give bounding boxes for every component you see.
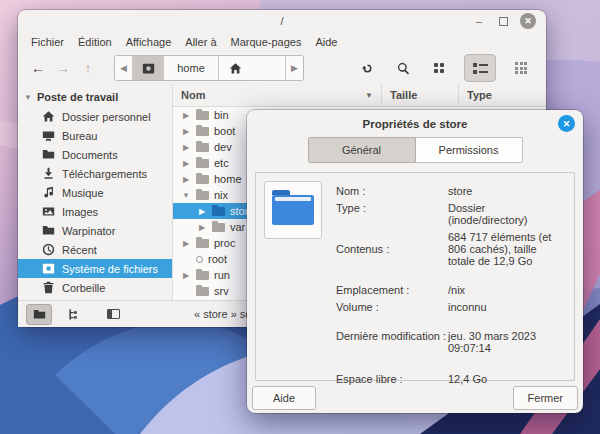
- sidebar-item-dossier-personnel[interactable]: Dossier personnel: [18, 107, 172, 126]
- folder-icon: [196, 175, 209, 184]
- forward-button[interactable]: →: [55, 60, 71, 76]
- folder-icon: [33, 308, 46, 321]
- expander-icon[interactable]: ▶: [181, 111, 191, 120]
- expander-icon[interactable]: ▶: [181, 143, 191, 152]
- titlebar[interactable]: / – ✕: [18, 10, 546, 32]
- sidebar-item-documents[interactable]: Documents: [18, 145, 172, 164]
- path-scroll-left-icon[interactable]: ◀: [115, 56, 133, 80]
- list-view-icon: [473, 63, 488, 74]
- folder-icon: [42, 224, 55, 237]
- expander-icon[interactable]: ▶: [181, 159, 191, 168]
- expander-icon[interactable]: ▶: [197, 223, 207, 232]
- field-contenus: Contenus : 684 717 éléments (et 806 cach…: [336, 231, 564, 267]
- desktop-icon: [42, 129, 55, 142]
- column-header-nom[interactable]: Nom ▼: [173, 84, 382, 106]
- folder-icon: [212, 223, 225, 232]
- sidebar-item-bureau[interactable]: Bureau: [18, 126, 172, 145]
- dialog-tabs: Général Permissions: [247, 137, 583, 167]
- path-scroll-right-icon[interactable]: ▶: [286, 56, 303, 80]
- menu-aide[interactable]: Aide: [308, 34, 344, 50]
- search-icon: [397, 62, 410, 75]
- sidebar-item-images[interactable]: Images: [18, 202, 172, 221]
- home-icon: [229, 62, 242, 75]
- music-icon: [42, 186, 55, 199]
- path-root-button[interactable]: [133, 56, 164, 80]
- dialog-titlebar[interactable]: Propriétés de store ✕: [247, 110, 583, 137]
- sidebar-item-recent[interactable]: Récent: [18, 240, 172, 259]
- up-button[interactable]: ↑: [80, 60, 96, 76]
- sidebar-item-warpinator[interactable]: Warpinator: [18, 221, 172, 240]
- back-button[interactable]: ←: [30, 60, 46, 76]
- search-button[interactable]: [392, 57, 414, 79]
- help-button[interactable]: Aide: [252, 386, 316, 410]
- sidebar-item-musique[interactable]: Musique: [18, 183, 172, 202]
- folder-icon: [272, 195, 314, 225]
- column-header-taille[interactable]: Taille: [382, 84, 459, 106]
- download-icon: [42, 167, 55, 180]
- path-home-icon-crumb[interactable]: [219, 56, 286, 80]
- sidebar: ▼ Poste de travail Dossier personnel Bur…: [18, 84, 173, 300]
- icon-view-button[interactable]: [428, 57, 450, 79]
- folder-icon: [196, 127, 209, 136]
- tab-permissions[interactable]: Permissions: [416, 137, 523, 163]
- reload-button[interactable]: [356, 57, 378, 79]
- treeview-sidebar-toggle[interactable]: [60, 304, 86, 325]
- toolbar: ← → ↑ ◀ home ▶: [18, 52, 546, 84]
- field-type: Type : Dossier (inode/directory): [336, 202, 564, 226]
- sidebar-item-corbeille[interactable]: Corbeille: [18, 278, 172, 297]
- fermer-button[interactable]: Fermer: [513, 386, 578, 410]
- dialog-close-button[interactable]: ✕: [558, 115, 575, 132]
- tab-general[interactable]: Général: [308, 137, 416, 163]
- menu-marque-pages[interactable]: Marque-pages: [224, 34, 309, 50]
- field-nom: Nom : store: [336, 185, 564, 197]
- path-home-crumb[interactable]: home: [164, 56, 219, 80]
- expander-icon[interactable]: ▶: [181, 175, 191, 184]
- dialog-title: Propriétés de store: [363, 118, 468, 130]
- sidebar-section-header[interactable]: ▼ Poste de travail: [18, 87, 172, 107]
- expander-icon[interactable]: ▶: [181, 271, 191, 280]
- compact-view-icon: [515, 62, 527, 74]
- filesystem-icon: [42, 262, 55, 275]
- folder-icon: [196, 271, 209, 280]
- menu-edition[interactable]: Édition: [71, 34, 119, 50]
- trash-icon: [42, 281, 55, 294]
- expander-icon[interactable]: ▶: [181, 127, 191, 136]
- file-icon-button[interactable]: [264, 181, 322, 239]
- column-header-type[interactable]: Type: [459, 84, 546, 106]
- list-view-button[interactable]: [464, 54, 496, 82]
- sidebar-item-systeme-de-fichiers[interactable]: Système de fichiers: [18, 259, 172, 278]
- properties-dialog: Propriétés de store ✕ Général Permission…: [247, 110, 583, 413]
- minimize-button[interactable]: –: [472, 14, 486, 28]
- compact-view-button[interactable]: [510, 57, 532, 79]
- filesystem-icon: [142, 62, 155, 75]
- collapse-icon: ▼: [24, 93, 32, 102]
- hide-sidebar-toggle[interactable]: [100, 304, 126, 325]
- field-volume: Volume : inconnu: [336, 301, 564, 313]
- sidebar-toggle-icon: [107, 309, 120, 319]
- path-bar: ◀ home ▶: [114, 55, 304, 81]
- maximize-button[interactable]: [496, 14, 510, 28]
- sort-arrow-icon: ▼: [365, 91, 373, 100]
- folder-icon: [196, 159, 209, 168]
- places-sidebar-toggle[interactable]: [26, 304, 52, 325]
- close-button[interactable]: ✕: [520, 13, 536, 29]
- menu-aller-a[interactable]: Aller à: [178, 34, 223, 50]
- expander-icon[interactable]: ▼: [181, 191, 191, 200]
- menu-fichier[interactable]: Fichier: [24, 34, 71, 50]
- menubar: Fichier Édition Affichage Aller à Marque…: [18, 32, 546, 52]
- reload-icon: [361, 62, 374, 75]
- expander-icon[interactable]: ▶: [197, 207, 207, 216]
- field-emplacement: Emplacement : /nix: [336, 284, 564, 296]
- folder-icon: [196, 239, 209, 248]
- treeview-icon: [67, 308, 80, 321]
- image-icon: [42, 205, 55, 218]
- window-title: /: [280, 15, 283, 27]
- clock-icon: [42, 243, 55, 256]
- home-icon: [42, 110, 55, 123]
- column-headers: Nom ▼ Taille Type: [173, 84, 546, 107]
- field-derniere-modification: Dernière modification : jeu. 30 mars 202…: [336, 330, 564, 354]
- menu-affichage[interactable]: Affichage: [119, 34, 179, 50]
- expander-icon[interactable]: ▶: [181, 239, 191, 248]
- folder-icon: [196, 143, 209, 152]
- sidebar-item-telechargements[interactable]: Téléchargements: [18, 164, 172, 183]
